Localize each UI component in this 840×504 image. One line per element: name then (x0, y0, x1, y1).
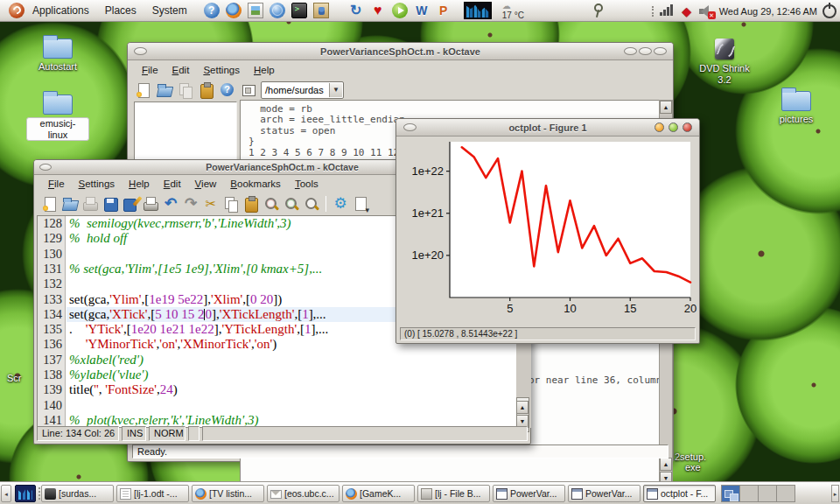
workspace-1[interactable] (721, 485, 740, 502)
ppoint-launcher-icon[interactable] (436, 3, 452, 18)
working-directory-combo[interactable]: /home/surdas ▼ (261, 81, 344, 99)
task-button-8[interactable]: octplot - F... (643, 485, 716, 502)
find-previous-button[interactable] (303, 195, 320, 213)
histogram-applet-icon[interactable] (464, 2, 492, 19)
menu-help[interactable]: Help (122, 176, 157, 192)
plug-applet-icon[interactable] (592, 3, 601, 18)
menu-tools[interactable]: Tools (288, 176, 326, 192)
menu-help[interactable]: Help (247, 62, 282, 78)
editor-line-139[interactable]: 139title('', 'FontSize',24) (38, 382, 516, 397)
minimize-button[interactable] (624, 47, 637, 55)
word-launcher-icon[interactable] (414, 3, 430, 18)
cut-button[interactable] (202, 195, 220, 213)
menu-system[interactable]: System (144, 4, 195, 17)
desktop-icon-pictures[interactable]: pictures (765, 86, 828, 125)
print-button[interactable] (142, 195, 159, 213)
gem-tray-icon[interactable] (681, 5, 693, 18)
package-launcher-icon[interactable] (313, 3, 329, 18)
scroll-up-button[interactable]: ▲ (660, 458, 672, 471)
open-file-button[interactable] (61, 195, 79, 213)
menu-file[interactable]: File (41, 176, 72, 192)
menu-settings[interactable]: Settings (196, 62, 247, 78)
menu-edit[interactable]: Edit (157, 176, 188, 192)
globe-launcher-icon[interactable] (270, 3, 285, 18)
maximize-button[interactable] (668, 122, 678, 132)
desktop-icon-autostart[interactable]: Autostart (26, 33, 89, 73)
workspace-2[interactable] (739, 485, 759, 502)
minimize-button[interactable] (654, 122, 664, 132)
insert-mode-indicator[interactable]: INS (122, 426, 146, 441)
insert-button[interactable] (240, 81, 257, 99)
menu-settings[interactable]: Settings (72, 176, 122, 192)
menu-file[interactable]: File (135, 62, 165, 78)
menu-places[interactable]: Places (97, 4, 144, 17)
new-file-button[interactable] (41, 195, 59, 213)
print-preview-button[interactable] (81, 195, 99, 213)
find-button[interactable] (262, 195, 280, 213)
terminal-launcher-icon[interactable] (291, 3, 307, 18)
task-button-0[interactable]: [surdas... (41, 485, 114, 502)
save-button[interactable] (102, 195, 119, 213)
find-next-button[interactable] (283, 195, 300, 213)
task-button-6[interactable]: PowerVar... (493, 485, 565, 502)
volume-muted-icon[interactable]: ✕ (698, 4, 714, 18)
paste-button[interactable] (198, 81, 215, 99)
configure-button[interactable] (332, 195, 349, 213)
scroll-up-button[interactable]: ▲ (516, 401, 528, 414)
copy-button[interactable] (222, 195, 240, 213)
network-signal-icon[interactable] (660, 5, 676, 18)
desktop-icon-emusicj-linux[interactable]: emusicj-linux (26, 89, 89, 142)
workspace-3[interactable] (758, 485, 777, 502)
close-button[interactable] (654, 47, 667, 55)
back-window-titlebar[interactable]: PowerVarianceSphOct.m - kOctave (128, 43, 673, 60)
play-launcher-icon[interactable] (392, 3, 408, 18)
redo-button[interactable] (182, 195, 200, 213)
chevron-down-icon[interactable]: ▼ (329, 83, 342, 97)
histogram-app-icon[interactable] (15, 485, 36, 502)
desktop-icon-dvd-shrink-3-2[interactable]: DVD Shrink 3.2 (693, 35, 756, 85)
clock-label[interactable]: Wed Aug 29, 12:46 AM (719, 6, 817, 17)
task-button-1[interactable]: [lj-1.odt -... (116, 485, 189, 502)
undo-button[interactable] (162, 195, 179, 213)
editor-line-140[interactable]: 140 (38, 398, 516, 413)
heart-launcher-icon[interactable] (370, 3, 386, 18)
workspace-4[interactable] (776, 485, 795, 502)
editor-line-137[interactable]: 137%xlabel('red') (38, 353, 516, 368)
figure-titlebar[interactable]: octplot - Figure 1 (396, 119, 699, 136)
task-button-2[interactable]: [TV listin... (192, 485, 264, 502)
panel-collapse-button[interactable]: ◂ (1, 485, 11, 502)
distro-logo-icon[interactable] (9, 3, 24, 18)
maximize-button[interactable] (639, 47, 652, 55)
scroll-up-button[interactable]: ▲ (660, 101, 672, 114)
menu-edit[interactable]: Edit (165, 62, 197, 78)
new-file-button[interactable] (135, 81, 152, 99)
weather-applet[interactable]: ☁ 17 °C (502, 2, 524, 20)
back-window-menubar: FileEditSettingsHelp (128, 60, 673, 80)
paste-button[interactable] (242, 195, 260, 213)
tray-handle[interactable] (652, 6, 654, 17)
menu-applications[interactable]: Applications (24, 4, 97, 17)
copy-button[interactable] (177, 81, 194, 99)
task-button-5[interactable]: [lj - File B... (417, 485, 490, 502)
menu-view[interactable]: View (188, 176, 224, 192)
edit-mode-indicator[interactable]: NORM (149, 426, 186, 441)
octplot-figure-window[interactable]: octplot - Figure 1 1e+201e+211e+22510152… (396, 118, 700, 344)
menu-bookmarks[interactable]: Bookmarks (223, 176, 288, 192)
close-button[interactable] (682, 122, 692, 132)
taskbar-expand-button[interactable]: ▸ (831, 485, 839, 502)
task-button-4[interactable]: [GameK... (342, 485, 415, 502)
open-file-button[interactable] (156, 81, 173, 99)
firefox-launcher-icon[interactable] (226, 3, 242, 18)
task-button-7[interactable]: PowerVar... (568, 485, 640, 502)
photo-launcher-icon[interactable] (248, 3, 263, 18)
task-button-3[interactable]: [eos.ubc.c... (267, 485, 340, 502)
semilogy-plot[interactable]: 1e+201e+211e+225101520 (396, 136, 701, 327)
help-launcher-icon[interactable] (204, 3, 220, 18)
power-button-icon[interactable] (822, 4, 836, 18)
sync-launcher-icon[interactable] (348, 3, 364, 18)
editor-line-138[interactable]: 138%ylabel('vlue') (38, 368, 516, 382)
document-list-button[interactable] (352, 195, 369, 213)
save-as-button[interactable] (122, 195, 139, 213)
svg-text:5: 5 (507, 302, 513, 315)
help-button[interactable] (219, 81, 236, 99)
